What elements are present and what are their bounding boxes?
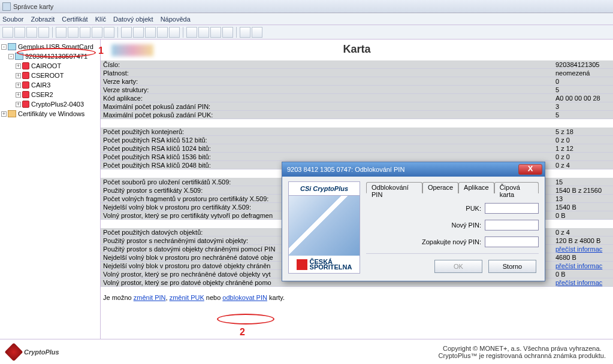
cert-icon (22, 81, 29, 89)
property-value[interactable]: přečíst informac (553, 262, 613, 269)
tree-expand-icon[interactable]: + (16, 102, 21, 107)
toolbar-button[interactable] (133, 27, 144, 38)
tab-odblokovani-pin[interactable]: Odblokování PIN (366, 182, 422, 193)
tree-node-cert[interactable]: +CAIROOT (1, 61, 99, 71)
footer-copyright: Copyright © MONET+, a.s. Všechna práva v… (439, 345, 606, 352)
menu-certifikat[interactable]: Certifikát (62, 16, 87, 23)
property-key: Počet použitých kontejnerů: (101, 128, 553, 135)
footer-brand: CryptoPlus (24, 348, 59, 356)
property-value: 120 B z 4800 B (553, 236, 613, 244)
toolbar-button[interactable] (56, 27, 67, 38)
toolbar-button[interactable] (210, 27, 221, 38)
property-value[interactable]: přečíst informac (553, 278, 613, 286)
tree-expand-icon[interactable]: + (16, 63, 21, 69)
toolbar-button[interactable] (198, 27, 209, 38)
reader-icon (8, 43, 16, 50)
menu-zobrazit[interactable]: Zobrazit (31, 16, 55, 23)
property-value: 0 z 0 (553, 153, 613, 160)
read-info-link[interactable]: přečíst informac (555, 279, 602, 286)
toolbar-button[interactable] (240, 27, 250, 38)
tab-cipova-karta[interactable]: Čipová karta (494, 182, 539, 193)
property-value[interactable]: přečíst informac (553, 245, 613, 253)
tree-label: CAIR3 (31, 81, 50, 89)
toolbar-button[interactable] (104, 27, 114, 38)
tree-label: CryptoPlus2-0403 (31, 101, 84, 108)
dialog-titlebar[interactable]: 9203 8412 1305 0747: Odblokování PIN X (282, 162, 545, 177)
action-links-sentence: Je možno změnit PIN, změnit PUK nebo odb… (101, 287, 613, 308)
cert-icon (22, 62, 29, 69)
cs-logo-icon (297, 259, 307, 270)
tree-node-windows-certs[interactable]: +Certifikáty ve Windows (1, 109, 99, 119)
menu-klic[interactable]: Klíč (95, 16, 106, 23)
property-key: Počet použitých RSA klíčů 1536 bitů: (101, 153, 553, 160)
property-row: Počet použitých kontejnerů:5 z 18 (101, 128, 613, 136)
dialog-brand: CSi CryptoPlus (288, 181, 360, 196)
tree-node-cert[interactable]: +CSEROOT (1, 71, 99, 80)
link-odblokovat-pin[interactable]: odblokovat PIN (222, 294, 267, 301)
label-repeat-pin: Zopakujte nový PIN: (422, 238, 481, 245)
toolbar-button[interactable] (222, 27, 233, 38)
tree-expand-icon[interactable]: + (16, 73, 21, 78)
menu-soubor[interactable]: Soubor (2, 16, 23, 23)
tab-operace[interactable]: Operace (422, 182, 458, 193)
tree-node-cert[interactable]: +CSER2 (1, 90, 99, 99)
footer-trademark: CryptoPlus™ je registrovaná ochranná zná… (439, 352, 606, 359)
cancel-button[interactable]: Storno (488, 260, 536, 273)
toolbar-button[interactable] (157, 27, 168, 38)
dialog-close-button[interactable]: X (518, 164, 542, 175)
read-info-link[interactable]: přečíst informac (555, 245, 602, 253)
property-value: 0 z 4 (553, 228, 613, 236)
cert-icon (22, 72, 29, 79)
property-key: Maximální počet pokusů zadání PUK: (101, 111, 553, 119)
tree-node-cert[interactable]: +CAIR3 (1, 80, 99, 90)
input-repeat-pin[interactable] (485, 236, 539, 247)
read-info-link[interactable]: přečíst informac (555, 262, 602, 269)
property-row: Číslo:920384121305 (101, 60, 613, 69)
toolbar-button[interactable] (121, 27, 132, 38)
input-puk[interactable] (485, 203, 539, 214)
property-value: 3 (553, 102, 613, 110)
menu-datovy-objekt[interactable]: Datový objekt (113, 16, 153, 23)
dialog-sidebar: CSi CryptoPlus ČESKÁSPOŘITELNA (288, 181, 360, 274)
tree-expand-icon[interactable]: + (16, 83, 21, 88)
toolbar-button[interactable] (92, 27, 102, 38)
toolbar-button[interactable] (26, 27, 37, 38)
toolbar-button[interactable] (68, 27, 78, 38)
toolbar-button[interactable] (169, 27, 180, 38)
dialog-title: 9203 8412 1305 0747: Odblokování PIN (287, 166, 404, 173)
toolbar-button[interactable] (2, 27, 13, 38)
toolbar-button[interactable] (38, 27, 49, 38)
toolbar-button[interactable] (252, 27, 262, 38)
logo-decoration (111, 44, 153, 56)
annotation-number-2: 2 (240, 327, 245, 338)
property-value: 5 (553, 111, 613, 119)
property-key: Platnost: (101, 69, 553, 77)
toolbar-button[interactable] (186, 27, 197, 38)
tree-node-cert[interactable]: +CryptoPlus2-0403 (1, 99, 99, 109)
property-key: Verze karty: (101, 77, 553, 85)
property-key: Maximální počet pokusů zadání PIN: (101, 102, 553, 110)
tree-expand-icon[interactable]: + (1, 111, 7, 117)
link-zmenit-puk[interactable]: změnit PUK (170, 294, 204, 301)
tree-collapse-icon[interactable]: - (8, 54, 14, 59)
tree-expand-icon[interactable]: + (16, 92, 21, 98)
property-value: 1 z 12 (553, 144, 613, 152)
property-row: Verze karty:0 (101, 77, 613, 86)
tab-aplikace[interactable]: Aplikace (458, 182, 494, 193)
toolbar (0, 25, 613, 40)
menu-napoveda[interactable]: Nápověda (161, 16, 191, 23)
toolbar-button[interactable] (145, 27, 156, 38)
input-new-pin[interactable] (485, 220, 539, 230)
dialog-art (288, 196, 360, 256)
ok-button[interactable]: OK (434, 260, 482, 273)
toolbar-separator (52, 27, 53, 38)
property-key: Verze struktury: (101, 86, 553, 93)
tree-collapse-icon[interactable]: - (1, 44, 7, 50)
property-value: 0 z 4 (553, 161, 613, 169)
ceska-sporitelna-logo: ČESKÁSPOŘITELNA (288, 256, 360, 274)
window-title: Správce karty (13, 3, 53, 10)
cert-icon (22, 101, 29, 108)
toolbar-button[interactable] (80, 27, 90, 38)
link-zmenit-pin[interactable]: změnit PIN (134, 294, 166, 301)
toolbar-button[interactable] (14, 27, 25, 38)
